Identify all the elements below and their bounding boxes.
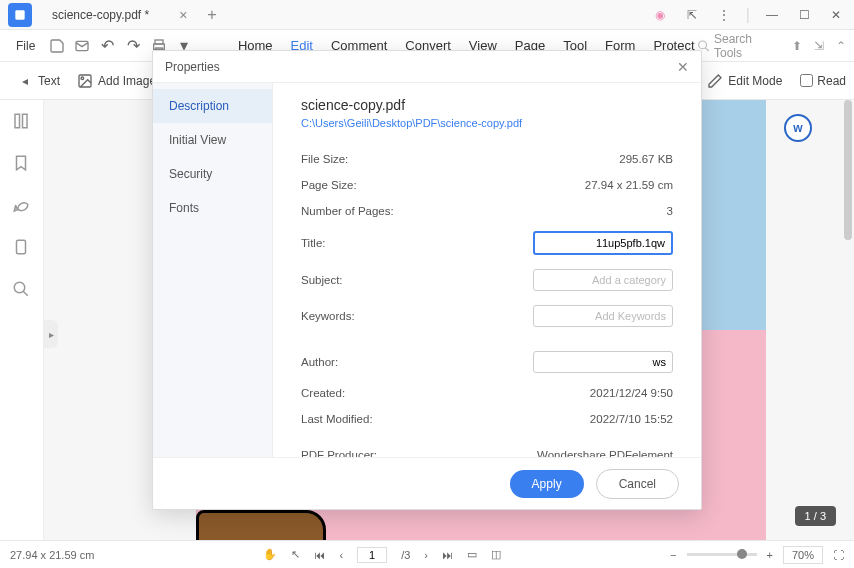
value-modified: 2022/7/10 15:52	[590, 413, 673, 425]
last-page-icon[interactable]: ⏭	[442, 549, 453, 561]
tab-fonts[interactable]: Fonts	[153, 191, 272, 225]
zoom-thumb[interactable]	[737, 549, 747, 559]
save-icon[interactable]	[45, 34, 68, 58]
label-producer: PDF Producer:	[301, 449, 377, 457]
more-icon[interactable]: ⋮	[714, 5, 734, 25]
tab-title: science-copy.pdf *	[52, 8, 149, 22]
thumbnails-icon[interactable]	[12, 112, 32, 132]
file-menu[interactable]: File	[8, 39, 43, 53]
svg-point-5	[698, 40, 706, 48]
tab-description[interactable]: Description	[153, 89, 272, 123]
edit-mode-button[interactable]: Edit Mode	[698, 72, 790, 90]
close-window-button[interactable]: ✕	[826, 5, 846, 25]
label-author: Author:	[301, 356, 338, 368]
zoom-out-icon[interactable]: −	[670, 549, 676, 561]
first-page-icon[interactable]: ⏮	[314, 549, 325, 561]
search-placeholder: Search Tools	[714, 32, 780, 60]
read-toggle[interactable]: Read	[800, 74, 846, 88]
vertical-scrollbar[interactable]	[844, 100, 852, 240]
keywords-input[interactable]	[533, 305, 673, 327]
fullscreen-icon[interactable]: ⛶	[833, 549, 844, 561]
page-total: /3	[401, 549, 410, 561]
tab-initial-view[interactable]: Initial View	[153, 123, 272, 157]
undo-icon[interactable]: ↶	[96, 34, 119, 58]
status-page-size: 27.94 x 21.59 cm	[10, 549, 94, 561]
avatar-icon[interactable]: ◉	[650, 5, 670, 25]
export-icon[interactable]: ⇲	[814, 39, 824, 53]
edit-mode-label: Edit Mode	[728, 74, 782, 88]
search-sidebar-icon[interactable]	[12, 280, 32, 300]
select-tool-icon[interactable]: ↖	[291, 548, 300, 561]
value-num-pages: 3	[667, 205, 673, 217]
text-label: Text	[38, 74, 60, 88]
text-button[interactable]: ◂ Text	[8, 72, 68, 90]
share-icon[interactable]: ⇱	[682, 5, 702, 25]
cloud-icon[interactable]: ⬆	[792, 39, 802, 53]
fit-width-icon[interactable]: ▭	[467, 548, 477, 561]
search-icon[interactable]: Search Tools	[697, 32, 780, 60]
svg-rect-0	[15, 10, 24, 19]
label-modified: Last Modified:	[301, 413, 373, 425]
page-artwork-shape	[196, 510, 326, 540]
zoom-value[interactable]: 70%	[783, 546, 823, 564]
page-number-input[interactable]	[357, 547, 387, 563]
dialog-footer: Apply Cancel	[153, 457, 701, 509]
word-badge-icon[interactable]: w	[784, 114, 812, 142]
doc-path-link[interactable]: C:\Users\Geili\Desktop\PDF\science-copy.…	[301, 117, 673, 129]
close-tab-icon[interactable]: ×	[179, 7, 187, 23]
next-page-icon[interactable]: ›	[424, 549, 428, 561]
dialog-header: Properties ✕	[153, 51, 701, 83]
attachment-icon[interactable]	[12, 238, 32, 258]
label-page-size: Page Size:	[301, 179, 357, 191]
bookmark-icon[interactable]	[12, 154, 32, 174]
add-image-button[interactable]: Add Image	[68, 72, 164, 90]
tab-security[interactable]: Security	[153, 157, 272, 191]
label-keywords: Keywords:	[301, 310, 355, 322]
add-tab-button[interactable]: +	[207, 6, 216, 24]
comment-icon[interactable]	[12, 196, 32, 216]
label-file-size: File Size:	[301, 153, 348, 165]
fit-page-icon[interactable]: ◫	[491, 548, 501, 561]
title-input[interactable]	[533, 231, 673, 255]
pencil-icon	[706, 72, 724, 90]
dialog-title: Properties	[165, 60, 220, 74]
value-file-size: 295.67 KB	[619, 153, 673, 165]
left-sidebar	[0, 100, 44, 540]
subject-input[interactable]	[533, 269, 673, 291]
prev-page-icon[interactable]: ‹	[339, 549, 343, 561]
minimize-button[interactable]: —	[762, 5, 782, 25]
apply-button[interactable]: Apply	[510, 470, 584, 498]
label-num-pages: Number of Pages:	[301, 205, 394, 217]
read-checkbox[interactable]	[800, 74, 813, 87]
properties-dialog: Properties ✕ Description Initial View Se…	[152, 50, 702, 510]
mail-icon[interactable]	[71, 34, 94, 58]
expand-icon[interactable]: ⌃	[836, 39, 846, 53]
image-icon	[76, 72, 94, 90]
add-image-label: Add Image	[98, 74, 156, 88]
page-indicator: 1 / 3	[795, 506, 836, 526]
dialog-sidebar: Description Initial View Security Fonts	[153, 83, 273, 457]
label-subject: Subject:	[301, 274, 343, 286]
value-producer: Wondershare PDFelement	[537, 449, 673, 457]
zoom-slider[interactable]	[687, 553, 757, 556]
expand-handle[interactable]: ▸	[44, 320, 58, 348]
dialog-content: science-copy.pdf C:\Users\Geili\Desktop\…	[273, 83, 701, 457]
svg-rect-10	[16, 240, 25, 254]
label-created: Created:	[301, 387, 345, 399]
statusbar: 27.94 x 21.59 cm ✋ ↖ ⏮ ‹ /3 › ⏭ ▭ ◫ − + …	[0, 540, 854, 568]
maximize-button[interactable]: ☐	[794, 5, 814, 25]
hand-tool-icon[interactable]: ✋	[263, 548, 277, 561]
doc-filename: science-copy.pdf	[301, 97, 673, 113]
value-created: 2021/12/24 9:50	[590, 387, 673, 399]
dialog-close-icon[interactable]: ✕	[677, 59, 689, 75]
svg-rect-9	[22, 114, 27, 128]
zoom-in-icon[interactable]: +	[767, 549, 773, 561]
redo-icon[interactable]: ↷	[122, 34, 145, 58]
svg-point-11	[14, 282, 25, 293]
cancel-button[interactable]: Cancel	[596, 469, 679, 499]
app-icon	[8, 3, 32, 27]
titlebar: science-copy.pdf * × + ◉ ⇱ ⋮ | — ☐ ✕	[0, 0, 854, 30]
author-input[interactable]	[533, 351, 673, 373]
document-tab[interactable]: science-copy.pdf * ×	[40, 0, 199, 30]
read-label: Read	[817, 74, 846, 88]
